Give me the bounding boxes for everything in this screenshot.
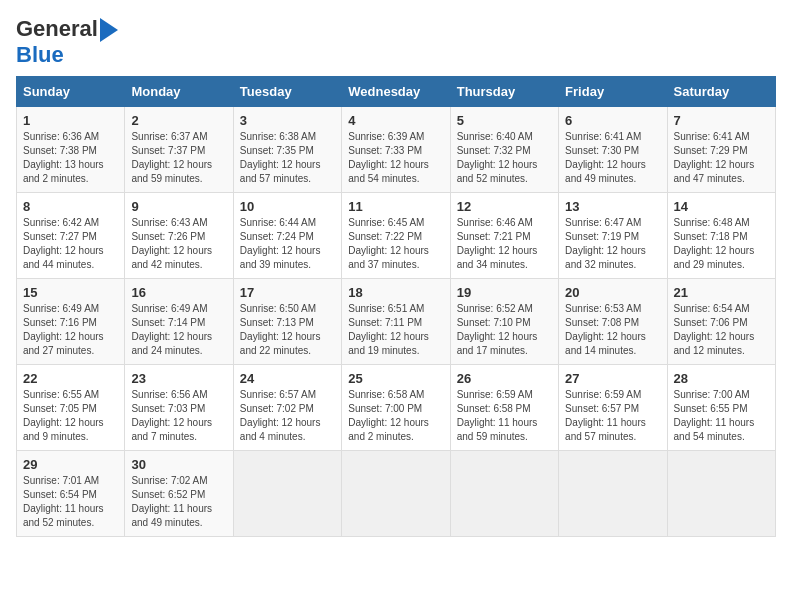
calendar-cell: 5Sunrise: 6:40 AMSunset: 7:32 PMDaylight…	[450, 107, 558, 193]
daylight-hours: Daylight: 12 hours	[457, 158, 552, 172]
day-number: 20	[565, 285, 660, 300]
daylight-hours: Daylight: 12 hours	[348, 416, 443, 430]
day-number: 18	[348, 285, 443, 300]
day-info: Sunrise: 6:45 AMSunset: 7:22 PMDaylight:…	[348, 216, 443, 272]
calendar-cell	[342, 451, 450, 537]
daylight-hours: Daylight: 11 hours	[131, 502, 226, 516]
day-number: 10	[240, 199, 335, 214]
daylight-minutes: and 9 minutes.	[23, 430, 118, 444]
day-info: Sunrise: 6:41 AMSunset: 7:29 PMDaylight:…	[674, 130, 769, 186]
daylight-hours: Daylight: 12 hours	[348, 158, 443, 172]
sunrise-text: Sunrise: 6:38 AM	[240, 130, 335, 144]
daylight-minutes: and 34 minutes.	[457, 258, 552, 272]
daylight-hours: Daylight: 12 hours	[23, 330, 118, 344]
daylight-hours: Daylight: 12 hours	[674, 330, 769, 344]
daylight-minutes: and 32 minutes.	[565, 258, 660, 272]
days-header-row: SundayMondayTuesdayWednesdayThursdayFrid…	[17, 77, 776, 107]
daylight-minutes: and 52 minutes.	[457, 172, 552, 186]
calendar-cell: 22Sunrise: 6:55 AMSunset: 7:05 PMDayligh…	[17, 365, 125, 451]
day-number: 17	[240, 285, 335, 300]
day-number: 8	[23, 199, 118, 214]
logo-blue: Blue	[16, 42, 64, 67]
day-header-thursday: Thursday	[450, 77, 558, 107]
sunset-text: Sunset: 7:16 PM	[23, 316, 118, 330]
sunrise-text: Sunrise: 6:41 AM	[674, 130, 769, 144]
daylight-minutes: and 2 minutes.	[23, 172, 118, 186]
daylight-minutes: and 49 minutes.	[565, 172, 660, 186]
calendar-cell: 12Sunrise: 6:46 AMSunset: 7:21 PMDayligh…	[450, 193, 558, 279]
sunrise-text: Sunrise: 6:51 AM	[348, 302, 443, 316]
week-row-2: 8Sunrise: 6:42 AMSunset: 7:27 PMDaylight…	[17, 193, 776, 279]
sunset-text: Sunset: 7:24 PM	[240, 230, 335, 244]
calendar-cell: 11Sunrise: 6:45 AMSunset: 7:22 PMDayligh…	[342, 193, 450, 279]
calendar-cell: 3Sunrise: 6:38 AMSunset: 7:35 PMDaylight…	[233, 107, 341, 193]
daylight-minutes: and 54 minutes.	[348, 172, 443, 186]
day-info: Sunrise: 6:49 AMSunset: 7:14 PMDaylight:…	[131, 302, 226, 358]
daylight-hours: Daylight: 12 hours	[23, 416, 118, 430]
daylight-hours: Daylight: 12 hours	[674, 158, 769, 172]
daylight-hours: Daylight: 12 hours	[240, 244, 335, 258]
day-info: Sunrise: 6:44 AMSunset: 7:24 PMDaylight:…	[240, 216, 335, 272]
sunset-text: Sunset: 7:27 PM	[23, 230, 118, 244]
daylight-hours: Daylight: 12 hours	[565, 244, 660, 258]
calendar-cell	[233, 451, 341, 537]
daylight-minutes: and 59 minutes.	[457, 430, 552, 444]
daylight-minutes: and 24 minutes.	[131, 344, 226, 358]
day-number: 28	[674, 371, 769, 386]
calendar-cell: 23Sunrise: 6:56 AMSunset: 7:03 PMDayligh…	[125, 365, 233, 451]
sunrise-text: Sunrise: 6:40 AM	[457, 130, 552, 144]
week-row-3: 15Sunrise: 6:49 AMSunset: 7:16 PMDayligh…	[17, 279, 776, 365]
daylight-minutes: and 57 minutes.	[240, 172, 335, 186]
sunset-text: Sunset: 7:26 PM	[131, 230, 226, 244]
sunset-text: Sunset: 7:06 PM	[674, 316, 769, 330]
sunrise-text: Sunrise: 6:37 AM	[131, 130, 226, 144]
sunrise-text: Sunrise: 6:52 AM	[457, 302, 552, 316]
sunset-text: Sunset: 6:55 PM	[674, 402, 769, 416]
daylight-minutes: and 39 minutes.	[240, 258, 335, 272]
day-header-tuesday: Tuesday	[233, 77, 341, 107]
day-number: 12	[457, 199, 552, 214]
sunset-text: Sunset: 6:54 PM	[23, 488, 118, 502]
sunset-text: Sunset: 7:02 PM	[240, 402, 335, 416]
day-info: Sunrise: 6:57 AMSunset: 7:02 PMDaylight:…	[240, 388, 335, 444]
week-row-4: 22Sunrise: 6:55 AMSunset: 7:05 PMDayligh…	[17, 365, 776, 451]
day-number: 5	[457, 113, 552, 128]
daylight-minutes: and 7 minutes.	[131, 430, 226, 444]
sunset-text: Sunset: 7:05 PM	[23, 402, 118, 416]
calendar-cell: 6Sunrise: 6:41 AMSunset: 7:30 PMDaylight…	[559, 107, 667, 193]
sunset-text: Sunset: 7:30 PM	[565, 144, 660, 158]
day-info: Sunrise: 6:52 AMSunset: 7:10 PMDaylight:…	[457, 302, 552, 358]
daylight-hours: Daylight: 12 hours	[348, 244, 443, 258]
sunrise-text: Sunrise: 7:01 AM	[23, 474, 118, 488]
day-number: 9	[131, 199, 226, 214]
calendar-cell: 21Sunrise: 6:54 AMSunset: 7:06 PMDayligh…	[667, 279, 775, 365]
calendar-cell: 20Sunrise: 6:53 AMSunset: 7:08 PMDayligh…	[559, 279, 667, 365]
day-number: 26	[457, 371, 552, 386]
calendar-cell: 4Sunrise: 6:39 AMSunset: 7:33 PMDaylight…	[342, 107, 450, 193]
sunrise-text: Sunrise: 6:58 AM	[348, 388, 443, 402]
daylight-minutes: and 17 minutes.	[457, 344, 552, 358]
calendar-cell: 15Sunrise: 6:49 AMSunset: 7:16 PMDayligh…	[17, 279, 125, 365]
daylight-minutes: and 29 minutes.	[674, 258, 769, 272]
sunrise-text: Sunrise: 6:46 AM	[457, 216, 552, 230]
daylight-hours: Daylight: 12 hours	[131, 158, 226, 172]
calendar-cell: 29Sunrise: 7:01 AMSunset: 6:54 PMDayligh…	[17, 451, 125, 537]
sunset-text: Sunset: 7:32 PM	[457, 144, 552, 158]
day-number: 14	[674, 199, 769, 214]
day-info: Sunrise: 6:46 AMSunset: 7:21 PMDaylight:…	[457, 216, 552, 272]
sunset-text: Sunset: 7:22 PM	[348, 230, 443, 244]
sunrise-text: Sunrise: 6:43 AM	[131, 216, 226, 230]
day-info: Sunrise: 6:51 AMSunset: 7:11 PMDaylight:…	[348, 302, 443, 358]
day-info: Sunrise: 6:37 AMSunset: 7:37 PMDaylight:…	[131, 130, 226, 186]
sunrise-text: Sunrise: 6:39 AM	[348, 130, 443, 144]
logo-text: General	[16, 16, 118, 42]
sunset-text: Sunset: 7:13 PM	[240, 316, 335, 330]
day-number: 23	[131, 371, 226, 386]
calendar-cell: 25Sunrise: 6:58 AMSunset: 7:00 PMDayligh…	[342, 365, 450, 451]
daylight-minutes: and 44 minutes.	[23, 258, 118, 272]
day-number: 13	[565, 199, 660, 214]
calendar-cell: 28Sunrise: 7:00 AMSunset: 6:55 PMDayligh…	[667, 365, 775, 451]
sunset-text: Sunset: 7:08 PM	[565, 316, 660, 330]
sunset-text: Sunset: 7:10 PM	[457, 316, 552, 330]
day-header-monday: Monday	[125, 77, 233, 107]
